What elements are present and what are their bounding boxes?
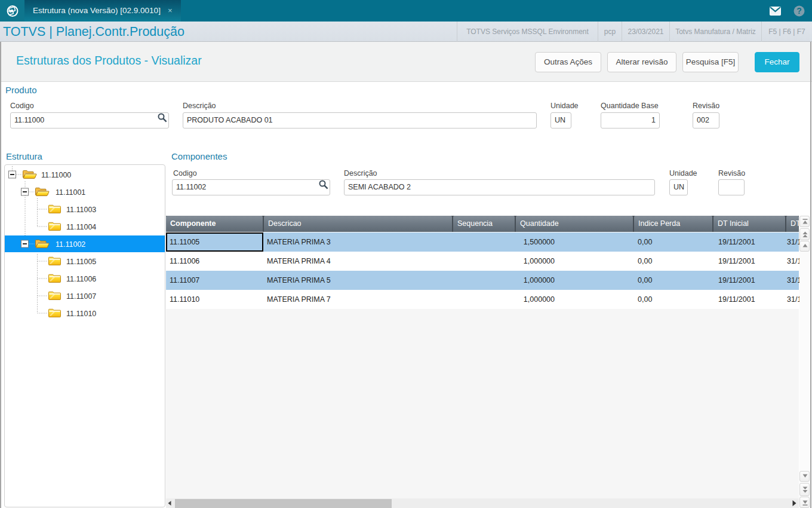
svg-text:11.11005: 11.11005: [66, 258, 96, 266]
svg-text:11.11004: 11.11004: [66, 223, 96, 231]
svg-text:11.11003: 11.11003: [66, 206, 96, 214]
svg-text:?: ?: [796, 6, 802, 16]
svg-text:11.11007: 11.11007: [66, 292, 96, 301]
svg-text:11.11002: 11.11002: [56, 240, 85, 249]
svg-text:11.11000: 11.11000: [41, 171, 71, 179]
svg-text:11.11001: 11.11001: [56, 188, 85, 197]
svg-text:11.11010: 11.11010: [66, 310, 96, 318]
svg-text:11.11006: 11.11006: [66, 275, 96, 283]
